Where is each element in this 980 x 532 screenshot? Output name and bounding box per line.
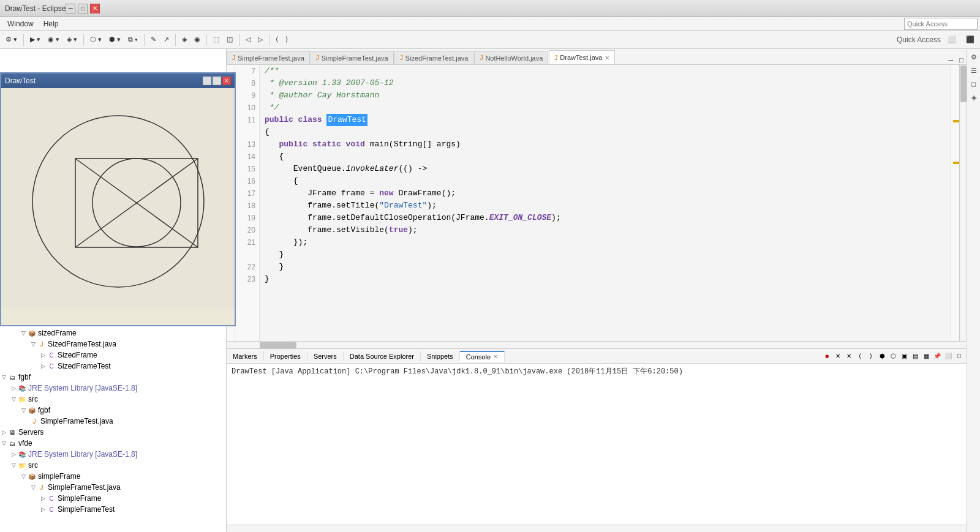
ln-9: 9 xyxy=(235,89,259,102)
toolbar-btn-6[interactable]: ⧉ ▾ xyxy=(125,34,141,45)
tree-item-jre-vfde[interactable]: ▷ 📚 JRE System Library [JavaSE-1.8] xyxy=(0,449,226,460)
quick-access-label: Quick Access xyxy=(897,36,941,44)
console-pin-btn[interactable]: 📌 xyxy=(932,351,942,361)
tab-markers[interactable]: Markers xyxy=(227,351,264,361)
toolbar-btn-16[interactable]: ⟩ xyxy=(282,34,291,45)
console-stop-btn[interactable]: ■ xyxy=(822,351,832,361)
maximize-button[interactable]: □ xyxy=(78,4,88,13)
tree-item-fgbf-pkg[interactable]: ▽ 📦 fgbf xyxy=(0,405,226,416)
tree-item-sizedframe-class[interactable]: ▷ C SizedFrame xyxy=(0,350,226,361)
toolbar-btn-4[interactable]: ⬡ ▾ xyxy=(87,34,105,45)
tree-item-simpleframetest-fgbf[interactable]: J SimpleFrameTest.java xyxy=(0,416,226,427)
menu-help[interactable]: Help xyxy=(39,18,64,29)
minimize-button[interactable]: ─ xyxy=(66,4,75,13)
side-icon-4[interactable]: ◈ xyxy=(968,92,979,103)
toolbar-btn-10[interactable]: ◉ xyxy=(191,34,203,45)
console-layout-btn[interactable]: ⬜ xyxy=(943,351,953,361)
toolbar-persp-btn[interactable]: ⬛ xyxy=(963,34,978,45)
console-btn-10[interactable]: ▦ xyxy=(921,351,931,361)
tab-drawtest[interactable]: J DrawTest.java ✕ xyxy=(549,50,615,65)
console-btn-5[interactable]: ⟩ xyxy=(866,351,876,361)
scrollbar-thumb[interactable] xyxy=(960,66,967,102)
toolbar-btn-1[interactable]: ⚙ ▾ xyxy=(2,34,20,45)
toolbar-btn-5[interactable]: ⬢ ▾ xyxy=(106,34,124,45)
toolbar-btn-11[interactable]: ⬚ xyxy=(210,34,222,45)
close-button[interactable]: ✕ xyxy=(90,4,100,13)
tab-servers[interactable]: Servers xyxy=(307,351,344,361)
console-btn-9[interactable]: ▤ xyxy=(910,351,920,361)
toolbar-run[interactable]: ▶ ▾ xyxy=(27,34,43,45)
tab-nothelloworld[interactable]: J NotHelloWorld.java xyxy=(474,51,548,64)
side-icon-1[interactable]: ⚙ xyxy=(968,51,979,62)
tab-console-label: Console xyxy=(466,353,491,361)
toolbar-btn-14[interactable]: ▷ xyxy=(255,34,266,45)
tab-properties[interactable]: Properties xyxy=(264,351,307,361)
console-btn-8[interactable]: ▣ xyxy=(899,351,909,361)
h-scrollbar[interactable] xyxy=(227,341,967,348)
tree-item-src-vfde[interactable]: ▽ 📁 src xyxy=(0,460,226,471)
console-maximize-btn[interactable]: □ xyxy=(954,351,964,361)
editor-scrollbar[interactable] xyxy=(959,65,967,341)
toolbar-btn-15[interactable]: ⟨ xyxy=(273,34,281,45)
tree-item-jre-fgbf[interactable]: ▷ 📚 JRE System Library [JavaSE-1.8] xyxy=(0,383,226,394)
tab-console-close[interactable]: ✕ xyxy=(493,353,498,360)
tree-item-sizedframetest-class[interactable]: ▷ C SizedFrameTest xyxy=(0,361,226,372)
toolbar-btn-7[interactable]: ✎ xyxy=(148,34,159,45)
tree-item-src-fgbf[interactable]: ▽ 📁 src xyxy=(0,394,226,405)
side-icon-2[interactable]: ☰ xyxy=(968,65,979,76)
toolbar-view-btn[interactable]: ⬜ xyxy=(944,34,959,45)
tab-close-5[interactable]: ✕ xyxy=(605,54,609,61)
console-btn-2[interactable]: ✕ xyxy=(833,351,843,361)
code-content[interactable]: /** * @version 1.33 2007-05-12 * @author… xyxy=(260,65,951,341)
tree-item-simpleframe-class[interactable]: ▷ C SimpleFrame xyxy=(0,493,226,504)
ln-15: 15 xyxy=(235,163,259,175)
toolbar-sep-6 xyxy=(239,34,239,46)
toolbar-btn-13[interactable]: ◁ xyxy=(243,34,254,45)
h-scrollbar-thumb[interactable] xyxy=(260,342,296,348)
quick-access-input[interactable] xyxy=(904,18,978,30)
src-vfde-label: src xyxy=(28,461,38,470)
tree-item-simpleframe-pkg[interactable]: ▽ 📦 simpleFrame xyxy=(0,471,226,482)
tab-minimize[interactable]: ─ xyxy=(946,56,957,64)
project-icon: 🗂 xyxy=(7,438,17,448)
class-icon: C xyxy=(47,350,56,360)
tree-item-simpleframetest-vfde[interactable]: ▽ J SimpleFrameTest.java xyxy=(0,482,226,493)
code-line-7: /** xyxy=(265,65,946,77)
tab-console[interactable]: Console ✕ xyxy=(460,351,505,362)
tab-label-2: SimpleFrameTest.java xyxy=(322,54,388,62)
console-btn-3[interactable]: ✕ xyxy=(844,351,854,361)
tree-item-sizedframe[interactable]: ▽ 📦 sizedFrame xyxy=(0,328,226,339)
simpleframetest-vfde-label: SimpleFrameTest.java xyxy=(48,483,121,492)
src-fgbf-label: src xyxy=(28,395,38,403)
toolbar-btn-9[interactable]: ◈ xyxy=(179,34,190,45)
menu-window[interactable]: Window xyxy=(2,18,39,29)
ln-blank2 xyxy=(235,249,259,261)
console-btn-4[interactable]: ⟨ xyxy=(855,351,865,361)
tab-datasource[interactable]: Data Source Explorer xyxy=(344,351,421,361)
tab-sizedframetest[interactable]: J SizedFrameTest.java xyxy=(394,51,474,64)
toolbar-sep-5 xyxy=(206,34,207,46)
tab-simpleframetest2[interactable]: J SimpleFrameTest.java xyxy=(311,51,394,64)
draw-test-minimize[interactable]: ─ xyxy=(203,77,211,85)
tab-maximize[interactable]: □ xyxy=(956,56,967,64)
side-icon-3[interactable]: ◻ xyxy=(968,78,979,89)
console-btn-6[interactable]: ⬢ xyxy=(877,351,887,361)
toolbar-btn-8[interactable]: ↗ xyxy=(160,34,172,45)
tree-item-fgbf[interactable]: ▽ 🗂 fgbf xyxy=(0,372,226,383)
toolbar-btn-12[interactable]: ◫ xyxy=(224,34,236,45)
tree-item-simpleframetest-class2[interactable]: ▷ C SimpleFrameTest xyxy=(0,504,226,515)
draw-test-close[interactable]: ✕ xyxy=(222,77,231,85)
code-line-13: public static void main(String[] args) xyxy=(265,138,946,151)
tab-simpleframetest1[interactable]: J SimpleFrameTest.java xyxy=(227,51,310,64)
console-hscrollbar[interactable] xyxy=(227,525,967,532)
console-btn-7[interactable]: ⬡ xyxy=(888,351,898,361)
tree-item-servers[interactable]: ▷ 🖥 Servers xyxy=(0,427,226,438)
toolbar-btn-2[interactable]: ◉ ▾ xyxy=(45,34,62,45)
ln-20: 20 xyxy=(235,224,259,236)
draw-test-maximize[interactable]: □ xyxy=(213,77,221,85)
tab-snippets[interactable]: Snippets xyxy=(421,351,460,361)
tree-item-sizedframetest[interactable]: ▽ J SizedFrameTest.java xyxy=(0,339,226,350)
toolbar-btn-3[interactable]: ◈ ▾ xyxy=(64,34,80,45)
tree-item-vfde[interactable]: ▽ 🗂 vfde xyxy=(0,438,226,449)
ln-19: 19 xyxy=(235,212,259,224)
